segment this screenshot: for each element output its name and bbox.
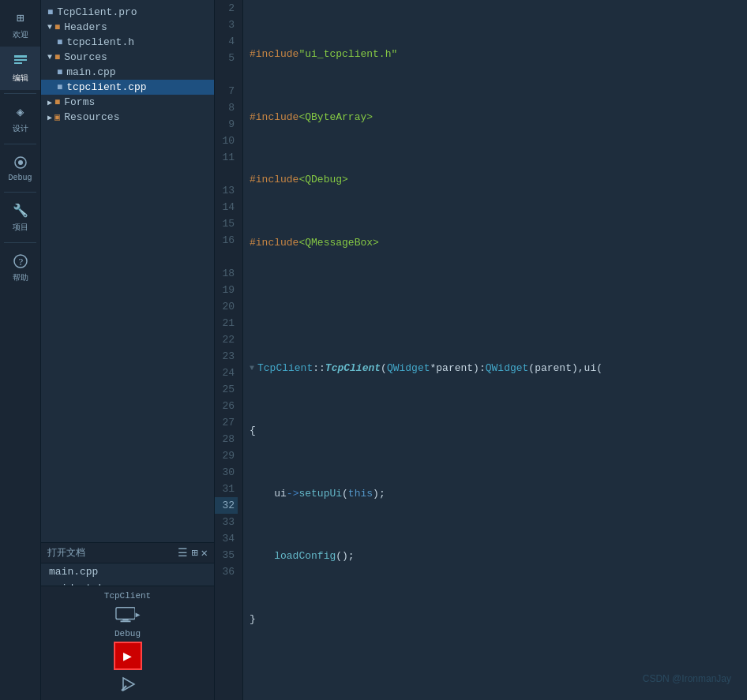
tree-item-resources[interactable]: ▶ ▣ Resources <box>41 110 214 125</box>
sidebar-item-welcome[interactable]: ⊞ 欢迎 <box>0 3 40 47</box>
maincpp-label: main.cpp <box>66 66 115 78</box>
pro-file-icon: ■ <box>47 7 53 18</box>
debug-bottom-arrow: ▶ <box>135 610 140 620</box>
file-tree: ■ TcpClient.pro ▼ ■ Headers ■ tcpclient.… <box>41 0 214 542</box>
edit-label: 编辑 <box>13 73 28 84</box>
watermark: CSDN @IronmanJay <box>643 673 731 684</box>
open-docs-panel: 打开文档 ☰ ⊞ ✕ main.cpp qwidget.h tcpclient.… <box>41 542 214 700</box>
svg-rect-9 <box>120 620 130 622</box>
tree-item-forms[interactable]: ▶ ■ Forms <box>41 95 214 110</box>
tcpclientcpp-label: tcpclient.cpp <box>66 81 146 93</box>
code-content[interactable]: #include "ui_tcpclient.h" #include <QByt… <box>243 0 747 700</box>
welcome-icon: ⊞ <box>12 9 29 27</box>
svg-rect-8 <box>122 620 128 621</box>
code-line-4: #include <QDebug> <box>250 172 741 189</box>
code-line-9: ui->setupUi(this); <box>250 485 741 502</box>
open-docs-title: 打开文档 <box>47 546 85 560</box>
svg-rect-1 <box>14 59 27 61</box>
resources-label: Resources <box>64 111 119 123</box>
sidebar-item-project[interactable]: 🔧 项目 <box>0 196 40 239</box>
editor-main: 2 3 4 5 7 8 9 10 11 13 14 15 16 18 19 20… <box>215 0 747 700</box>
sidebar-sep-1 <box>4 93 36 94</box>
headers-arrow: ▼ <box>47 23 52 32</box>
pro-file-label: TcpClient.pro <box>57 6 137 18</box>
help-icon: ? <box>12 253 29 270</box>
code-line-7: ▼ TcpClient::TcpClient(QWidget *parent) … <box>250 360 741 376</box>
tree-item-tcpclienth[interactable]: ■ tcpclient.h <box>41 35 214 50</box>
code-editor[interactable]: 2 3 4 5 7 8 9 10 11 13 14 15 16 18 19 20… <box>215 0 747 700</box>
sources-arrow: ▼ <box>47 53 52 62</box>
resources-icon: ▣ <box>54 111 60 123</box>
tcpclienth-icon: ■ <box>57 37 62 48</box>
forms-label: Forms <box>64 96 95 108</box>
sidebar-sep-4 <box>4 242 36 243</box>
open-doc-maincpp[interactable]: main.cpp <box>41 563 214 580</box>
fold-7[interactable]: ▼ <box>250 362 254 374</box>
open-docs-header: 打开文档 ☰ ⊞ ✕ <box>41 543 214 563</box>
sidebar-item-debug[interactable]: Debug <box>0 148 40 189</box>
left-panel: ■ TcpClient.pro ▼ ■ Headers ■ tcpclient.… <box>41 0 215 700</box>
forms-arrow: ▶ <box>47 98 52 107</box>
design-label: 设计 <box>13 123 28 134</box>
code-line-10: loadConfig(); <box>250 548 741 565</box>
tree-item-sources[interactable]: ▼ ■ Sources <box>41 50 214 65</box>
code-line-8: { <box>250 423 741 440</box>
tree-item-tcpclientcpp[interactable]: ■ tcpclient.cpp <box>41 80 214 95</box>
code-line-3: #include <QByteArray> <box>250 109 741 125</box>
code-line-11: } <box>250 611 741 627</box>
tcpclienth-label: tcpclient.h <box>66 36 134 48</box>
svg-rect-2 <box>14 62 22 64</box>
tree-item-maincpp[interactable]: ■ main.cpp <box>41 65 214 80</box>
help-label: 帮助 <box>13 272 28 283</box>
maincpp-icon: ■ <box>57 67 62 78</box>
svg-marker-10 <box>123 678 134 691</box>
sources-folder-icon: ■ <box>54 52 60 63</box>
open-docs-buttons: ☰ ⊞ ✕ <box>178 546 208 560</box>
sidebar-sep-3 <box>4 192 36 193</box>
sidebar-item-help[interactable]: ? 帮助 <box>0 246 40 290</box>
sidebar-sep-2 <box>4 144 36 144</box>
debug-icon <box>12 154 29 171</box>
line-numbers: 2 3 4 5 7 8 9 10 11 13 14 15 16 18 19 20… <box>215 0 243 700</box>
sidebar-item-design[interactable]: ◈ 设计 <box>0 97 40 140</box>
svg-rect-7 <box>115 608 134 620</box>
tcpclientcpp-icon: ■ <box>57 82 62 93</box>
headers-folder-icon: ■ <box>54 22 60 33</box>
headers-label: Headers <box>64 21 107 33</box>
project-label: 项目 <box>13 222 28 233</box>
forms-folder-icon: ■ <box>54 97 60 108</box>
debug-bottom-label: Debug <box>114 629 141 638</box>
sidebar-item-edit[interactable]: 编辑 <box>0 47 40 90</box>
svg-point-4 <box>18 160 23 165</box>
wrench-icon: 🔧 <box>12 202 29 219</box>
monitor-icon: ▶ <box>115 604 141 626</box>
code-line-6 <box>250 298 741 314</box>
open-docs-split-btn[interactable]: ⊞ <box>191 546 197 560</box>
welcome-label: 欢迎 <box>13 29 28 40</box>
bottom-bar: TcpClient ▶ Debug ▶ <box>41 586 214 700</box>
edit-icon <box>12 53 29 70</box>
svg-rect-0 <box>14 55 27 58</box>
open-docs-close-btn[interactable]: ✕ <box>201 546 208 560</box>
tree-item-pro[interactable]: ■ TcpClient.pro <box>41 5 214 20</box>
svg-text:?: ? <box>18 256 23 268</box>
project-name-label: TcpClient <box>104 591 151 601</box>
open-docs-list: main.cpp qwidget.h tcpclient.cpp* tcpcli… <box>41 563 214 586</box>
design-icon: ◈ <box>12 103 29 121</box>
code-line-2: #include "ui_tcpclient.h" <box>250 47 741 63</box>
sidebar: ⊞ 欢迎 编辑 ◈ 设计 Debug 🔧 项目 <box>0 0 41 700</box>
open-docs-menu-btn[interactable]: ☰ <box>178 546 188 560</box>
resources-arrow: ▶ <box>47 113 52 122</box>
build-icon[interactable] <box>115 673 141 695</box>
open-doc-qwidgeth[interactable]: qwidget.h <box>41 580 214 586</box>
run-button[interactable]: ▶ <box>114 642 142 670</box>
debug-label: Debug <box>8 174 32 182</box>
sources-label: Sources <box>64 51 107 63</box>
tree-item-headers[interactable]: ▼ ■ Headers <box>41 20 214 35</box>
code-line-5: #include <QMessageBox> <box>250 234 741 251</box>
